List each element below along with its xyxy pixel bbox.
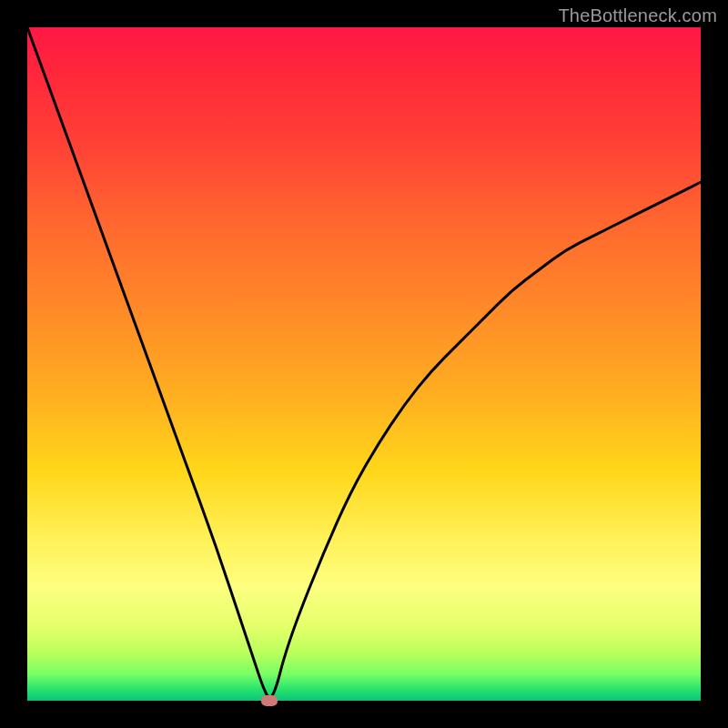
watermark-text: TheBottleneck.com — [558, 5, 717, 26]
bottleneck-curve — [27, 27, 701, 701]
plot-area — [27, 27, 701, 701]
chart-frame: TheBottleneck.com — [0, 0, 728, 728]
optimal-point-marker — [261, 695, 278, 706]
